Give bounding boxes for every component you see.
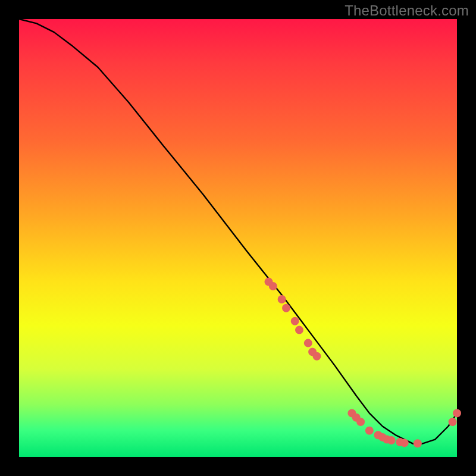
curve-marker bbox=[453, 409, 461, 417]
curve-marker bbox=[278, 295, 286, 303]
curve-markers bbox=[265, 278, 462, 448]
curve-marker bbox=[282, 304, 290, 312]
plot-area bbox=[19, 19, 457, 457]
curve-marker bbox=[400, 439, 409, 447]
curve-marker bbox=[365, 427, 374, 435]
curve-marker bbox=[313, 352, 321, 361]
curve-marker bbox=[269, 282, 277, 290]
curve-marker bbox=[356, 418, 365, 426]
curve-marker bbox=[414, 439, 422, 447]
watermark-text: TheBottleneck.com bbox=[345, 2, 469, 19]
curve-marker bbox=[449, 418, 457, 426]
curve-marker bbox=[387, 436, 396, 444]
chart-frame: TheBottleneck.com bbox=[0, 0, 476, 476]
curve-layer bbox=[19, 19, 457, 457]
bottleneck-curve-line bbox=[19, 19, 457, 444]
curve-marker bbox=[304, 339, 312, 347]
curve-marker bbox=[291, 317, 299, 325]
curve-marker bbox=[295, 326, 303, 334]
